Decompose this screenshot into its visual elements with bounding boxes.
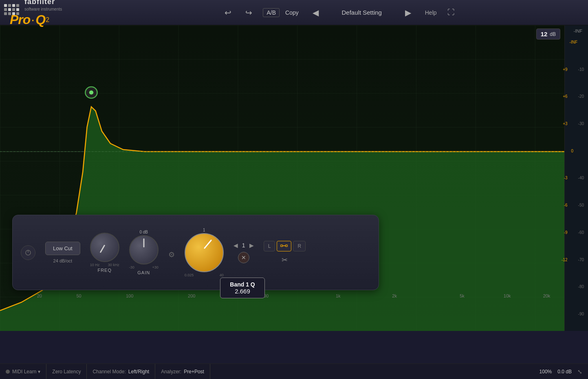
db-plus6: +6 bbox=[563, 94, 576, 99]
logo-dot bbox=[8, 8, 11, 11]
freq-label-200: 200 bbox=[188, 293, 195, 298]
q-low-label: 0.025 bbox=[185, 273, 194, 277]
freq-knob-section: 10 Hz 30 kHz FREQ bbox=[90, 233, 119, 273]
band-number: 1 bbox=[240, 242, 247, 249]
freq-low-label: 10 Hz bbox=[90, 263, 100, 267]
eq-display[interactable]: -INF +9-10 +6-20 +3-30 0 -3-40 -6-50 -9-… bbox=[0, 25, 588, 331]
band-prev-button[interactable]: ◀ bbox=[233, 242, 238, 249]
ab-label[interactable]: A/B bbox=[263, 8, 280, 17]
db-neg70: -70 bbox=[578, 258, 586, 262]
gain-knob-label: GAIN bbox=[137, 270, 150, 275]
band-next-button[interactable]: ▶ bbox=[249, 242, 254, 249]
close-icon: ✕ bbox=[241, 254, 246, 261]
filter-slope-label: 24 dB/oct bbox=[53, 258, 72, 263]
ab-copy-area: A/B Copy bbox=[263, 8, 302, 18]
db-neg6: -6 bbox=[564, 203, 577, 207]
db-neg90: -90 bbox=[578, 312, 586, 316]
freq-knob[interactable] bbox=[90, 233, 119, 262]
lr-buttons-section: L R ✂ bbox=[264, 241, 306, 264]
undo-button[interactable]: ↩ bbox=[221, 6, 235, 19]
product-version: 2 bbox=[46, 16, 49, 24]
db-neg10: -10 bbox=[578, 67, 586, 72]
logo-dot bbox=[16, 4, 19, 7]
gain-low-label: -30 bbox=[129, 265, 134, 269]
scissors-button[interactable]: ✂ bbox=[282, 256, 288, 264]
redo-button[interactable]: ↪ bbox=[242, 6, 255, 19]
settings-section: ⚙ bbox=[168, 246, 175, 259]
logo-area: fabfilter software instruments Pro · Q 2 bbox=[0, 0, 94, 27]
freq-axis: 20 50 100 200 500 1k 2k 5k 10k 20k bbox=[0, 292, 564, 300]
logo-dot bbox=[12, 4, 15, 7]
freq-label-20k: 20k bbox=[543, 293, 551, 298]
midi-learn-button[interactable]: MIDI Learn ▾ bbox=[12, 369, 40, 375]
logo-dot bbox=[16, 12, 19, 15]
db-neg50: -50 bbox=[578, 203, 586, 207]
product-name-q: Q bbox=[35, 12, 46, 27]
resize-button[interactable]: ⤡ bbox=[577, 368, 582, 375]
logo-dot bbox=[8, 4, 11, 7]
status-midi: MIDI Learn ▾ bbox=[6, 364, 46, 379]
fullscreen-button[interactable]: ⛶ bbox=[447, 8, 455, 17]
brand-subtitle: software instruments bbox=[24, 7, 62, 11]
filter-type-section: Low Cut 24 dB/oct bbox=[45, 242, 80, 263]
preset-next-button[interactable] bbox=[402, 6, 414, 19]
analyzer-value: Pre+Post bbox=[184, 369, 204, 375]
right-channel-button[interactable]: R bbox=[293, 241, 306, 251]
logo-dot bbox=[4, 8, 7, 11]
freq-label-100: 100 bbox=[126, 293, 133, 298]
help-button[interactable]: Help bbox=[422, 9, 440, 16]
status-channel-mode: Channel Mode: Left/Right bbox=[87, 364, 155, 379]
topbar: fabfilter software instruments Pro · Q 2… bbox=[0, 0, 588, 25]
gain-high-label: +30 bbox=[152, 265, 158, 269]
link-channels-button[interactable] bbox=[277, 241, 291, 251]
filter-type-button[interactable]: Low Cut bbox=[45, 242, 80, 255]
q-knob-section: 1 0.025 40 bbox=[185, 228, 224, 277]
db-neginf: -INF bbox=[570, 40, 586, 44]
freq-label-1k: 1k bbox=[336, 293, 341, 298]
band-close-button[interactable]: ✕ bbox=[238, 252, 249, 263]
latency-button[interactable]: Zero Latency bbox=[52, 369, 81, 375]
freq-high-label: 30 kHz bbox=[108, 263, 119, 267]
product-dot-sep: · bbox=[31, 12, 35, 27]
gain-knob[interactable] bbox=[129, 235, 159, 264]
gain-offset: 0.0 dB bbox=[557, 369, 572, 375]
db-neg40: -40 bbox=[578, 176, 586, 180]
svg-rect-10 bbox=[285, 245, 288, 247]
preset-name: Default Setting bbox=[329, 9, 394, 16]
db-neg3: -3 bbox=[564, 176, 577, 180]
brand-name: fabfilter bbox=[24, 0, 55, 6]
db-neg30: -30 bbox=[578, 121, 586, 126]
channel-mode-value: Left/Right bbox=[128, 369, 149, 375]
svg-point-6 bbox=[89, 90, 93, 95]
copy-button[interactable]: Copy bbox=[282, 8, 302, 18]
db-plus3: +3 bbox=[563, 121, 576, 126]
range-selector[interactable]: 12 dB bbox=[536, 29, 560, 40]
q-range-labels: 0.025 40 bbox=[185, 273, 224, 277]
tooltip-label: Band 1 Q bbox=[226, 281, 259, 288]
left-channel-button[interactable]: L bbox=[264, 241, 275, 251]
band-nav: ◀ 1 ▶ bbox=[233, 242, 254, 249]
settings-button[interactable]: ⚙ bbox=[168, 250, 175, 259]
preset-prev-button[interactable] bbox=[309, 6, 322, 19]
preset-area: Default Setting bbox=[329, 9, 394, 16]
band-power-button[interactable] bbox=[21, 245, 35, 260]
freq-knob-label: FREQ bbox=[97, 268, 112, 273]
q-knob[interactable] bbox=[185, 233, 224, 272]
tooltip-value: 2.669 bbox=[226, 288, 259, 295]
status-latency: Zero Latency bbox=[46, 364, 87, 379]
range-inf-label: -INF bbox=[574, 29, 582, 33]
q-one-label: 1 bbox=[203, 228, 205, 232]
logo-dots bbox=[4, 4, 20, 15]
status-analyzer: Analyzer: Pre+Post bbox=[155, 364, 210, 379]
range-unit: dB bbox=[550, 31, 556, 37]
latency-label: Zero Latency bbox=[52, 369, 81, 375]
logo-dot bbox=[16, 8, 19, 11]
db-neg9: -9 bbox=[564, 230, 577, 235]
gain-zero-label: 0 dB bbox=[139, 230, 148, 234]
gain-range-labels: -30 +30 bbox=[129, 265, 159, 269]
db-neg80: -80 bbox=[578, 284, 586, 289]
band-nav-section: ◀ 1 ▶ ✕ bbox=[233, 242, 254, 263]
freq-label-2k: 2k bbox=[392, 293, 397, 298]
channel-mode-label: Channel Mode: bbox=[92, 369, 126, 375]
db-scale-right: -INF +9-10 +6-20 +3-30 0 -3-40 -6-50 -9-… bbox=[564, 25, 588, 331]
